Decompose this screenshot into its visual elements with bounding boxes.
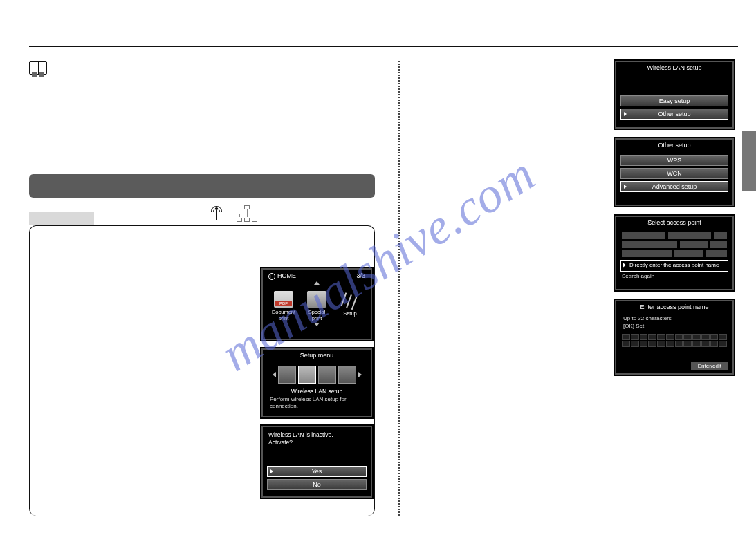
section-underline <box>29 158 379 158</box>
wired-lan-icon <box>237 205 257 222</box>
lcd-home: HOME 3/3 Document print Special print Se… <box>261 268 372 340</box>
enter-ap-title: Enter access point name <box>616 301 732 315</box>
setup-option-icon[interactable] <box>318 366 336 384</box>
easy-setup-button[interactable]: Easy setup <box>620 95 728 106</box>
wcn-button[interactable]: WCN <box>620 168 728 179</box>
home-item-label: Special print <box>303 309 331 321</box>
advanced-setup-button[interactable]: Advanced setup <box>620 181 728 192</box>
direct-enter-ap-button[interactable]: Directly enter the access point name <box>620 260 728 272</box>
section-heading-bar <box>29 174 375 198</box>
character-input-grid[interactable] <box>622 334 727 347</box>
select-ap-title: Select access point <box>616 217 732 230</box>
setup-option-icon[interactable] <box>278 366 296 384</box>
activate-question-line2: Activate? <box>268 439 365 447</box>
home-item-label: Document print <box>270 309 297 321</box>
arrow-left-icon[interactable] <box>273 372 276 377</box>
enter-ap-ok: [OK] Set <box>623 322 726 330</box>
network-icons <box>206 205 257 223</box>
home-item-special-print[interactable]: Special print <box>303 291 331 321</box>
wireless-antenna-icon <box>206 205 227 223</box>
tools-icon <box>340 291 360 309</box>
arrow-up-icon <box>314 281 320 285</box>
lcd-wireless-lan-setup: Wireless LAN setup Easy setup Other setu… <box>615 61 734 129</box>
lcd-other-setup: Other setup WPS WCN Advanced setup <box>615 138 734 206</box>
search-again-button[interactable]: Search again <box>616 272 732 281</box>
activate-yes-button[interactable]: Yes <box>267 466 367 477</box>
lcd-activate-prompt: Wireless LAN is inactive. Activate? Yes … <box>261 426 372 498</box>
wlan-setup-title: Wireless LAN setup <box>616 62 732 75</box>
other-setup-button[interactable]: Other setup <box>620 109 728 120</box>
header-underline <box>54 68 379 68</box>
home-page-indicator: 3/3 <box>356 272 365 280</box>
lcd-setup-menu: Setup menu Wireless LAN setup Perform wi… <box>261 348 372 417</box>
setup-selected-label: Wireless LAN setup <box>263 386 371 396</box>
setup-option-wireless-lan[interactable] <box>298 366 316 384</box>
access-point-row[interactable] <box>622 241 727 248</box>
activate-no-button[interactable]: No <box>267 479 367 490</box>
arrow-down-icon <box>263 323 371 328</box>
setup-menu-title: Setup menu <box>263 350 371 363</box>
home-item-label: Setup <box>343 310 357 317</box>
page-side-tab <box>742 131 756 191</box>
setup-description: Perform wireless LAN setup for connectio… <box>263 396 371 412</box>
arrow-right-icon[interactable] <box>358 372 362 377</box>
special-print-icon <box>307 291 326 308</box>
home-item-document-print[interactable]: Document print <box>270 291 297 321</box>
column-divider <box>398 61 400 516</box>
book-icon-spine <box>38 61 39 75</box>
enter-edit-button[interactable]: Enter/edit <box>691 362 728 370</box>
setup-option-icon[interactable] <box>338 366 356 384</box>
home-label: HOME <box>277 272 296 279</box>
lcd-select-access-point: Select access point Directly enter the a… <box>615 216 734 290</box>
step-label-block <box>29 212 94 225</box>
enter-ap-limit: Up to 32 characters <box>623 315 726 322</box>
activate-question-line1: Wireless LAN is inactive. <box>268 431 365 439</box>
access-point-row[interactable] <box>622 232 727 239</box>
page-top-rule <box>29 46 738 47</box>
direct-enter-label: Directly enter the access point name <box>623 263 726 269</box>
lcd-enter-access-point-name: Enter access point name Up to 32 charact… <box>615 300 734 375</box>
globe-icon <box>268 273 275 280</box>
other-setup-title: Other setup <box>616 140 732 153</box>
home-title: HOME <box>268 272 296 280</box>
access-point-row[interactable] <box>622 250 727 257</box>
home-item-setup[interactable]: Setup <box>336 291 364 321</box>
wps-button[interactable]: WPS <box>620 155 728 166</box>
pdf-icon <box>274 291 293 308</box>
